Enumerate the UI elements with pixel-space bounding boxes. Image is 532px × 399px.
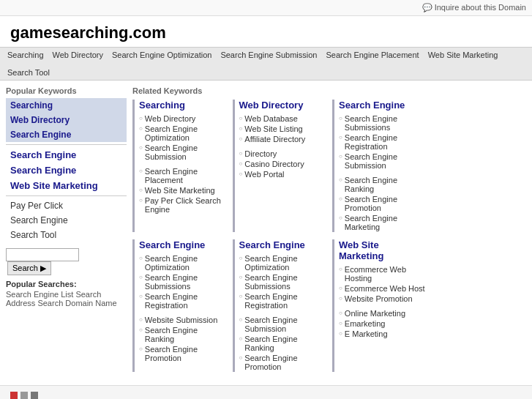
list-item[interactable]: Search Engine Promotion — [139, 344, 227, 363]
kw-section-wsm: Web Site Marketing Ecommerce Web Hosting… — [332, 239, 427, 372]
nav-se-placement[interactable]: Search Engine Placement — [326, 51, 419, 59]
list-item[interactable]: Website Promotion — [339, 294, 427, 304]
list-item[interactable]: Search Engine Ranking — [139, 325, 227, 344]
list-item[interactable]: Ecommerce Web Host — [339, 283, 427, 294]
kw-title-se-3: Search Engine — [239, 239, 327, 250]
nav-se-submission[interactable]: Search Engine Submission — [220, 51, 317, 59]
sidebar-item-searching[interactable]: Searching — [6, 98, 127, 113]
list-item[interactable]: Website Submission — [139, 315, 227, 325]
list-item[interactable]: Search Engine Submissions — [339, 113, 427, 133]
list-item[interactable]: Search Engine Submission — [139, 143, 227, 162]
list-item[interactable]: Ecommerce Web Hosting — [339, 264, 427, 283]
sidebar-item-web-directory[interactable]: Web Directory — [6, 113, 127, 127]
content-area: Related Keywords Searching Web Directory… — [132, 86, 526, 372]
sidebar-section-highlights: Searching Web Directory Search Engine — [6, 98, 127, 142]
sidebar-divider-2 — [6, 195, 127, 196]
list-item[interactable]: Affiliate Directory — [239, 134, 327, 144]
list-item[interactable]: Casino Directory — [239, 159, 327, 169]
list-item[interactable]: Search Engine Promotion — [339, 194, 427, 213]
kw-grid-row2: Search Engine Search Engine Optimization… — [132, 239, 526, 372]
list-item[interactable]: Online Marketing — [339, 308, 427, 318]
list-item[interactable]: Search Engine Placement — [139, 166, 227, 185]
search-button[interactable]: Search ▶ — [7, 261, 51, 275]
sidebar-item-search-engine-2[interactable]: Search Engine — [6, 147, 127, 163]
kw-title-searching: Searching — [139, 100, 227, 111]
nav-bar: Searching Web Directory Search Engine Op… — [0, 47, 532, 81]
popular-searches-label: Popular Searches: — [6, 280, 127, 288]
popular-searches: Popular Searches: Search Engine List Sea… — [6, 280, 127, 307]
kw-title-web-directory: Web Directory — [239, 100, 327, 111]
list-item[interactable]: Emarketing — [339, 318, 427, 329]
list-item[interactable]: Search Engine Submission — [339, 152, 427, 171]
kw-section-searching: Searching Web Directory Search Engine Op… — [132, 100, 227, 232]
sidebar-item-search-tool[interactable]: Search Tool — [6, 228, 127, 242]
kw-title-wsm: Web Site Marketing — [339, 239, 427, 261]
list-item[interactable]: Search Engine Optimization — [139, 253, 227, 272]
list-item[interactable]: Search Engine Submission — [239, 315, 327, 334]
kw-title-se-2: Search Engine — [139, 239, 227, 250]
chat-icon: 💬 — [422, 3, 432, 12]
nav-searching[interactable]: Searching — [7, 51, 44, 59]
popular-searches-text: Search Engine List Search Address Search… — [6, 290, 117, 307]
list-item[interactable]: Search Engine Optimization — [139, 124, 227, 143]
kw-section-se-mid-left: Search Engine Search Engine Optimization… — [132, 239, 227, 372]
footer-dots — [10, 392, 522, 399]
footer-dot-2 — [20, 392, 28, 399]
list-item[interactable]: Search Engine Marketing — [339, 213, 427, 232]
list-item[interactable]: Search Engine Registration — [139, 291, 227, 310]
list-item[interactable]: Search Engine Registration — [339, 133, 427, 152]
list-item[interactable]: Web Site Listing — [239, 124, 327, 134]
sidebar-item-search-engine-3[interactable]: Search Engine — [6, 163, 127, 178]
list-item[interactable]: Directory — [239, 149, 327, 159]
kw-title-se-1: Search Engine — [339, 100, 427, 111]
list-item[interactable]: Search Engine Optimization — [239, 253, 327, 272]
kw-section-se-top-right: Search Engine Search Engine Submissions … — [332, 100, 427, 232]
site-title: gamesearching.com — [10, 23, 522, 42]
sidebar: Popular Keywords Searching Web Directory… — [6, 86, 127, 372]
footer-dot-3 — [31, 392, 38, 399]
list-item[interactable]: Pay Per Click Search Engine — [139, 195, 227, 215]
sidebar-item-search-engine-4[interactable]: Search Engine — [6, 213, 127, 228]
nav-web-directory[interactable]: Web Directory — [53, 51, 103, 59]
sidebar-section-plain: Pay Per Click Search Engine Search Tool — [6, 198, 127, 242]
sidebar-section-bold: Search Engine Search Engine Web Site Mar… — [6, 147, 127, 193]
list-item[interactable]: Search Engine Promotion — [239, 353, 327, 372]
footer-dot-1 — [10, 392, 18, 399]
nav-seo[interactable]: Search Engine Optimization — [112, 51, 211, 59]
sidebar-search: Search ▶ — [6, 248, 127, 275]
kw-section-web-directory: Web Directory Web Database Web Site List… — [233, 100, 327, 232]
list-item[interactable]: Web Site Marketing — [139, 185, 227, 195]
nav-wsm[interactable]: Web Site Marketing — [428, 51, 498, 59]
sidebar-divider-1 — [6, 144, 127, 145]
list-item[interactable]: Search Engine Submissions — [139, 272, 227, 291]
top-bar: 💬 Inquire about this Domain — [0, 0, 532, 16]
related-keywords-title: Related Keywords — [132, 86, 526, 95]
sidebar-popular-keywords-title: Popular Keywords — [6, 86, 127, 95]
sidebar-item-pay-per-click[interactable]: Pay Per Click — [6, 198, 127, 213]
inquire-domain-link[interactable]: Inquire about this Domain — [435, 3, 526, 12]
kw-grid-row1: Searching Web Directory Search Engine Op… — [132, 100, 526, 232]
sidebar-item-web-site-marketing[interactable]: Web Site Marketing — [6, 178, 127, 193]
list-item[interactable]: E Marketing — [339, 329, 427, 339]
footer: Copyright © 2011 gamesearching.com. All … — [0, 385, 532, 399]
nav-search-tool[interactable]: Search Tool — [7, 68, 50, 77]
main-layout: Popular Keywords Searching Web Directory… — [0, 81, 532, 378]
search-input[interactable] — [6, 248, 79, 261]
list-item[interactable]: Web Database — [239, 113, 327, 124]
list-item[interactable]: Web Directory — [139, 113, 227, 124]
list-item[interactable]: Search Engine Ranking — [239, 334, 327, 353]
kw-section-se-mid-right: Search Engine Search Engine Optimization… — [233, 239, 327, 372]
sidebar-item-search-engine-1[interactable]: Search Engine — [6, 127, 127, 142]
list-item[interactable]: Search Engine Registration — [239, 291, 327, 310]
list-item[interactable]: Search Engine Ranking — [339, 175, 427, 194]
list-item[interactable]: Web Portal — [239, 169, 327, 179]
site-header: gamesearching.com — [0, 16, 532, 47]
list-item[interactable]: Search Engine Submissions — [239, 272, 327, 291]
